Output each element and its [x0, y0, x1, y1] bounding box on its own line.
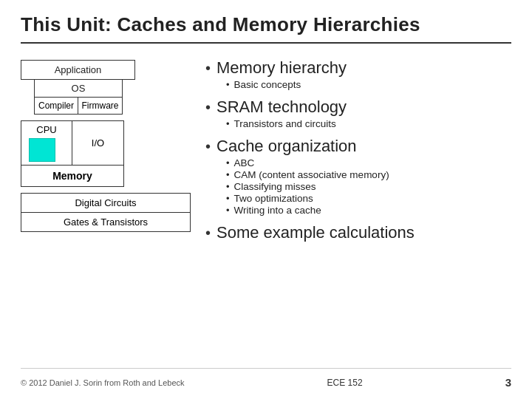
- bullet-dot-1: •: [205, 61, 211, 75]
- cpu-io-row: CPU I/O: [21, 120, 191, 166]
- sub-bullet-writing: • Writing into a cache: [226, 205, 511, 216]
- digital-circuits-box: Digital Circuits: [21, 193, 191, 213]
- os-box: OS: [34, 79, 123, 98]
- sub-bullets-3: • ABC • CAM (content associative memory)…: [226, 157, 511, 216]
- main-bullet-cache: • Cache organization: [205, 137, 511, 156]
- main-bullet-text-4: Some example calculations: [216, 223, 415, 242]
- sub-bullets-1: • Basic concepts: [226, 79, 511, 90]
- cyan-highlight: [29, 138, 55, 162]
- sub-bullet-cam: • CAM (content associative memory): [226, 169, 511, 180]
- bullets-column: • Memory hierarchy • Basic concepts • SR…: [198, 57, 511, 362]
- diagram-column: Application OS Compiler Firmware: [21, 57, 191, 362]
- sub-bullet-two-optimizations: • Two optimizations: [226, 193, 511, 204]
- io-box: I/O: [72, 120, 124, 166]
- footer-course: ECE 152: [327, 378, 363, 388]
- main-bullet-text-1: Memory hierarchy: [216, 58, 347, 78]
- main-bullet-text-2: SRAM technology: [216, 98, 347, 117]
- bullet-dot-4: •: [205, 225, 211, 240]
- bullet-group-calculations: • Some example calculations: [205, 223, 511, 242]
- gates-box: Gates & Transistors: [21, 213, 191, 232]
- main-bullet-text-3: Cache organization: [216, 137, 357, 156]
- main-bullet-memory-hierarchy: • Memory hierarchy: [205, 58, 511, 78]
- bullet-dot-2: •: [205, 100, 211, 115]
- sub-bullet-transistors: • Transistors and circuits: [226, 118, 511, 129]
- sub-bullets-2: • Transistors and circuits: [226, 118, 511, 129]
- bullet-group-sram: • SRAM technology • Transistors and circ…: [205, 98, 511, 129]
- cpu-box: CPU: [21, 120, 72, 166]
- cpu-memory-wrapper: CPU I/O Memory: [21, 120, 191, 187]
- content-row: Application OS Compiler Firmware: [21, 57, 511, 362]
- sub-bullet-basic-concepts: • Basic concepts: [226, 79, 511, 90]
- slide-title: This Unit: Caches and Memory Hierarchies: [21, 13, 511, 36]
- slide: This Unit: Caches and Memory Hierarchies…: [0, 0, 532, 399]
- firmware-box: Firmware: [78, 97, 123, 115]
- main-bullet-sram: • SRAM technology: [205, 98, 511, 117]
- compiler-box: Compiler: [34, 97, 78, 115]
- main-bullet-calculations: • Some example calculations: [205, 223, 511, 242]
- footer-copyright: © 2012 Daniel J. Sorin from Roth and Leb…: [21, 378, 185, 387]
- memory-box: Memory: [21, 166, 124, 187]
- cpu-io-group: CPU I/O Memory: [21, 120, 191, 187]
- bullet-dot-3: •: [205, 139, 211, 154]
- footer: © 2012 Daniel J. Sorin from Roth and Leb…: [21, 368, 511, 389]
- title-area: This Unit: Caches and Memory Hierarchies: [21, 13, 511, 44]
- footer-page: 3: [505, 376, 511, 389]
- bullet-group-memory-hierarchy: • Memory hierarchy • Basic concepts: [205, 58, 511, 90]
- compiler-firmware-row: Compiler Firmware: [34, 97, 191, 115]
- sub-bullet-abc: • ABC: [226, 157, 511, 168]
- application-box: Application: [21, 60, 135, 80]
- sub-bullet-classifying: • Classifying misses: [226, 181, 511, 192]
- bullet-group-cache: • Cache organization • ABC • CAM (conten…: [205, 137, 511, 216]
